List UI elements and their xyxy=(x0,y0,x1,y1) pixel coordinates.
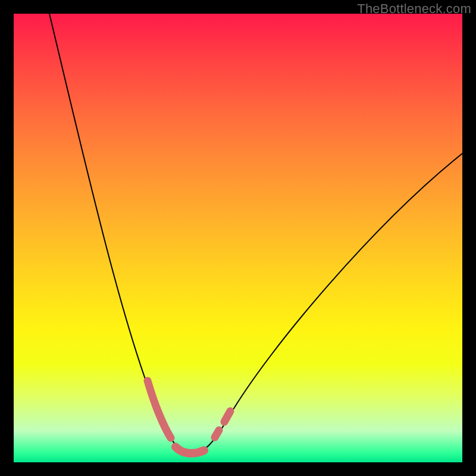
watermark-text: TheBottleneck.com xyxy=(357,1,471,17)
chart-svg xyxy=(14,14,462,462)
highlight-right-dot-upper xyxy=(224,411,230,422)
highlight-bottom-segment xyxy=(176,447,204,453)
bottleneck-curve xyxy=(49,14,462,454)
chart-plot-area xyxy=(14,14,462,462)
highlight-right-dot-lower xyxy=(215,430,219,437)
highlight-left-segment xyxy=(148,381,171,438)
chart-frame: TheBottleneck.com xyxy=(0,0,476,476)
